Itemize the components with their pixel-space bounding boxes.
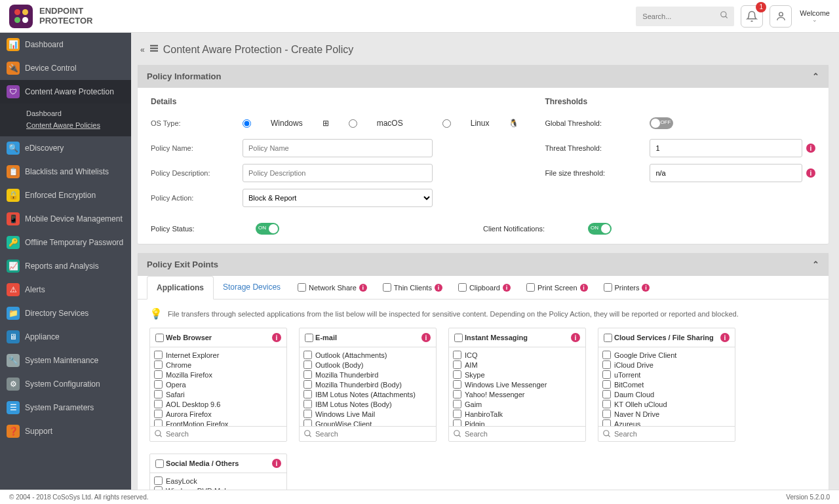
- list-item[interactable]: FrontMotion Firefox: [154, 419, 283, 426]
- list-item[interactable]: Naver N Drive: [602, 409, 731, 419]
- sidebar-item-alerts[interactable]: ⚠Alerts: [0, 278, 131, 301]
- sidebar-item-support[interactable]: ❓Support: [0, 419, 131, 443]
- sidebar-item-device-control[interactable]: 🔌Device Control: [0, 56, 131, 80]
- tab-check-printers[interactable]: Printersi: [596, 276, 658, 299]
- list-item[interactable]: Internet Explorer: [154, 350, 283, 360]
- policy-name-input[interactable]: [243, 139, 433, 157]
- threat-threshold-input[interactable]: [650, 139, 802, 157]
- info-icon[interactable]: i: [359, 284, 367, 292]
- back-icon[interactable]: «: [140, 45, 145, 54]
- sidebar-item-offline-temporary-password[interactable]: 🔑Offline Temporary Password: [0, 231, 131, 254]
- os-macos-radio[interactable]: [349, 119, 357, 128]
- group-header[interactable]: Instant Messagingi: [449, 328, 585, 347]
- tab-check-clipboard[interactable]: Clipboardi: [450, 276, 518, 299]
- list-item[interactable]: Opera: [154, 379, 283, 389]
- list-item[interactable]: Mozilla Thunderbird (Body): [303, 379, 432, 389]
- group-search[interactable]: [598, 426, 735, 441]
- policy-desc-input[interactable]: [243, 164, 433, 182]
- info-icon[interactable]: i: [720, 333, 730, 342]
- list-item[interactable]: Google Drive Client: [602, 350, 731, 360]
- list-item[interactable]: Pidgin: [453, 419, 581, 426]
- group-search-input[interactable]: [166, 430, 283, 438]
- policy-exit-header[interactable]: Policy Exit Points ⌃: [138, 253, 829, 276]
- sidebar-subitem[interactable]: Dashboard: [26, 107, 131, 119]
- group-search-input[interactable]: [614, 430, 731, 438]
- group-header[interactable]: Social Media / Othersi: [150, 454, 286, 473]
- group-search-input[interactable]: [465, 430, 581, 438]
- list-item[interactable]: IBM Lotus Notes (Body): [303, 399, 432, 409]
- search-icon[interactable]: [720, 10, 729, 22]
- list-item[interactable]: Azureus: [602, 419, 731, 426]
- tab-check-thin-clients[interactable]: Thin Clientsi: [375, 276, 450, 299]
- list-item[interactable]: AOL Desktop 9.6: [154, 399, 283, 409]
- info-icon[interactable]: i: [421, 333, 431, 342]
- group-header[interactable]: Web Browseri: [150, 328, 286, 347]
- list-item[interactable]: ICQ: [453, 350, 581, 360]
- tab-check-network-share[interactable]: Network Sharei: [290, 276, 375, 299]
- group-search[interactable]: [300, 426, 436, 441]
- list-item[interactable]: GroupWise Client: [303, 419, 432, 426]
- group-header[interactable]: Cloud Services / File Sharingi: [598, 328, 735, 347]
- list-item[interactable]: KT Olleh uCloud: [602, 399, 731, 409]
- info-icon[interactable]: i: [571, 333, 580, 342]
- list-item[interactable]: Daum Cloud: [602, 389, 731, 399]
- sidebar-item-directory-services[interactable]: 📁Directory Services: [0, 301, 131, 325]
- collapse-icon[interactable]: ⌃: [812, 260, 819, 269]
- list-item[interactable]: Chrome: [154, 360, 283, 370]
- os-radio-group[interactable]: Windows⊞ macOS Linux🐧: [243, 119, 518, 128]
- list-item[interactable]: Windows Live Mail: [303, 409, 432, 419]
- list-item[interactable]: Aurora Firefox: [154, 409, 283, 419]
- list-item[interactable]: EasyLock: [154, 476, 283, 486]
- list-item[interactable]: Safari: [154, 389, 283, 399]
- filesize-threshold-input[interactable]: [650, 164, 802, 182]
- list-item[interactable]: Mozilla Firefox: [154, 370, 283, 379]
- sidebar-item-ediscovery[interactable]: 🔍eDiscovery: [0, 136, 131, 160]
- sidebar-item-system-configuration[interactable]: ⚙System Configuration: [0, 372, 131, 396]
- global-threshold-toggle[interactable]: OFF: [650, 117, 673, 129]
- sidebar-item-dashboard[interactable]: 📊Dashboard: [0, 33, 131, 56]
- sidebar-item-enforced-encryption[interactable]: 🔒Enforced Encryption: [0, 184, 131, 207]
- list-item[interactable]: AIM: [453, 360, 581, 370]
- group-search[interactable]: [150, 426, 286, 441]
- collapse-icon[interactable]: ⌃: [812, 71, 819, 81]
- tab-applications[interactable]: Applications: [147, 276, 214, 300]
- tab-check-print-screen[interactable]: Print Screeni: [518, 276, 596, 299]
- group-header[interactable]: E-maili: [300, 328, 436, 347]
- list-item[interactable]: Mozilla Thunderbird: [303, 370, 432, 379]
- os-linux-radio[interactable]: [442, 119, 451, 128]
- group-list[interactable]: EasyLockWindows DVD MakerALFTPADBAI-Driv…: [150, 473, 286, 490]
- list-item[interactable]: Gaim: [453, 399, 581, 409]
- list-item[interactable]: Outlook (Attachments): [303, 350, 432, 360]
- info-icon[interactable]: i: [503, 284, 511, 292]
- list-item[interactable]: uTorrent: [602, 370, 731, 379]
- policy-action-select[interactable]: Block & Report: [243, 189, 433, 207]
- group-search[interactable]: [449, 426, 585, 441]
- policy-status-toggle[interactable]: ON: [256, 223, 279, 235]
- group-list[interactable]: Google Drive ClientiCloud DriveuTorrentB…: [598, 347, 735, 426]
- notifications-icon[interactable]: 1: [741, 5, 763, 28]
- info-icon[interactable]: i: [580, 284, 588, 292]
- list-item[interactable]: IBM Lotus Notes (Attachments): [303, 389, 432, 399]
- sidebar-item-reports-and-analysis[interactable]: 📈Reports and Analysis: [0, 254, 131, 278]
- list-item[interactable]: Outlook (Body): [303, 360, 432, 370]
- sidebar-item-mobile-device-management[interactable]: 📱Mobile Device Management: [0, 207, 131, 231]
- welcome-dropdown[interactable]: Welcome⌄: [800, 9, 830, 24]
- info-icon[interactable]: i: [806, 144, 815, 153]
- sidebar-item-blacklists-and-whitelists[interactable]: 📋Blacklists and Whitelists: [0, 160, 131, 184]
- info-icon[interactable]: i: [272, 333, 281, 342]
- info-icon[interactable]: i: [435, 284, 442, 292]
- policy-info-header[interactable]: Policy Information ⌃: [138, 65, 829, 88]
- list-item[interactable]: Windows Live Messenger: [453, 379, 581, 389]
- sidebar-subitem[interactable]: Content Aware Policies: [26, 119, 131, 131]
- list-item[interactable]: HanbiroTalk: [453, 409, 581, 419]
- group-list[interactable]: Outlook (Attachments)Outlook (Body)Mozil…: [300, 347, 436, 426]
- client-notif-toggle[interactable]: ON: [588, 223, 612, 235]
- list-item[interactable]: iCloud Drive: [602, 360, 731, 370]
- group-list[interactable]: ICQAIMSkypeWindows Live MessengerYahoo! …: [449, 347, 585, 426]
- list-item[interactable]: BitComet: [602, 379, 731, 389]
- info-icon[interactable]: i: [642, 284, 650, 292]
- sidebar-item-appliance[interactable]: 🖥Appliance: [0, 325, 131, 349]
- group-search-input[interactable]: [315, 430, 432, 438]
- info-icon[interactable]: i: [806, 168, 815, 178]
- tab-storage-devices[interactable]: Storage Devices: [214, 276, 290, 299]
